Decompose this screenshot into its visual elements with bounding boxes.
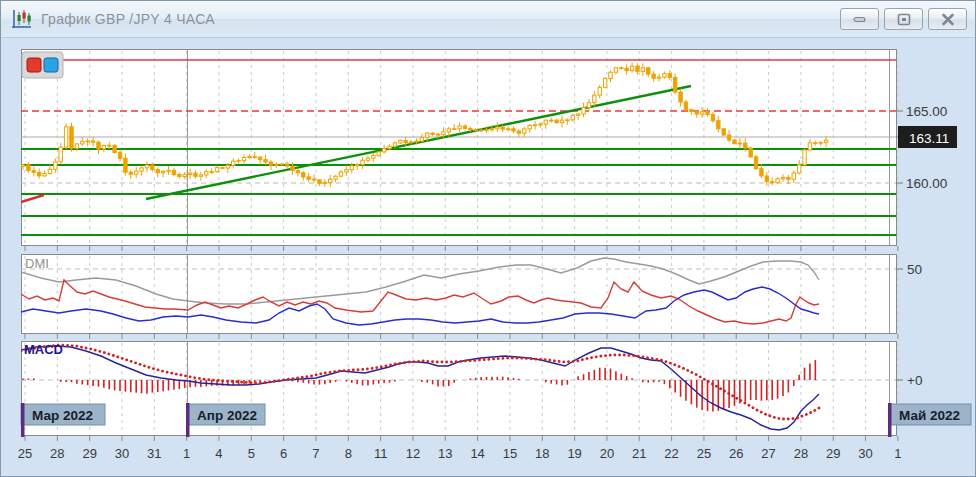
price-axis-label-160: 160.00	[906, 176, 947, 191]
svg-text:1: 1	[183, 446, 190, 461]
svg-text:25: 25	[18, 446, 32, 461]
svg-text:19: 19	[567, 446, 581, 461]
chart-window-icon	[11, 8, 33, 30]
current-price-label: 163.11	[909, 131, 949, 146]
chart-window: 2528293031145678111213141518192021222526…	[0, 0, 976, 477]
svg-text:6: 6	[280, 446, 287, 461]
close-button[interactable]	[928, 8, 967, 30]
svg-text:11: 11	[374, 446, 388, 461]
titlebar[interactable]: График GBP /JPY 4 ЧАСА	[1, 1, 975, 38]
buy-swatch[interactable]	[44, 58, 58, 72]
svg-text:28: 28	[794, 446, 808, 461]
svg-text:26: 26	[729, 446, 743, 461]
svg-text:31: 31	[147, 446, 161, 461]
svg-text:28: 28	[50, 446, 64, 461]
svg-text:18: 18	[535, 446, 549, 461]
svg-text:1: 1	[894, 446, 901, 461]
minimize-button[interactable]	[840, 8, 879, 30]
dmi-axis-label-50: 50	[907, 262, 922, 277]
svg-text:7: 7	[312, 446, 319, 461]
svg-text:20: 20	[600, 446, 614, 461]
sell-swatch[interactable]	[27, 58, 41, 72]
macd-label: MACD	[24, 342, 63, 357]
svg-text:5: 5	[248, 446, 255, 461]
svg-text:4: 4	[215, 446, 222, 461]
window-title: График GBP /JPY 4 ЧАСА	[41, 11, 215, 27]
svg-text:13: 13	[438, 446, 452, 461]
svg-text:Май 2022: Май 2022	[899, 408, 960, 423]
series-toggle-chip	[22, 52, 63, 78]
dmi-label: DMI	[25, 256, 49, 271]
price-axis-label-165: 165.00	[906, 104, 947, 119]
restore-button[interactable]	[884, 8, 923, 30]
svg-text:22: 22	[664, 446, 678, 461]
svg-text:15: 15	[503, 446, 517, 461]
svg-text:30: 30	[115, 446, 129, 461]
svg-text:12: 12	[406, 446, 420, 461]
chart-canvas[interactable]: 2528293031145678111213141518192021222526…	[1, 1, 976, 477]
macd-axis-label-zero: +0	[907, 373, 922, 388]
svg-text:Мар 2022: Мар 2022	[32, 408, 93, 423]
svg-text:30: 30	[858, 446, 872, 461]
svg-text:8: 8	[345, 446, 352, 461]
svg-text:25: 25	[697, 446, 711, 461]
panel-frames	[22, 50, 897, 436]
svg-text:Апр 2022: Апр 2022	[197, 408, 257, 423]
svg-text:14: 14	[470, 446, 484, 461]
svg-text:29: 29	[826, 446, 840, 461]
month-tab-may: Май 2022	[888, 403, 971, 437]
price-axis	[896, 111, 903, 380]
svg-text:29: 29	[82, 446, 96, 461]
svg-text:21: 21	[632, 446, 646, 461]
svg-text:27: 27	[761, 446, 775, 461]
